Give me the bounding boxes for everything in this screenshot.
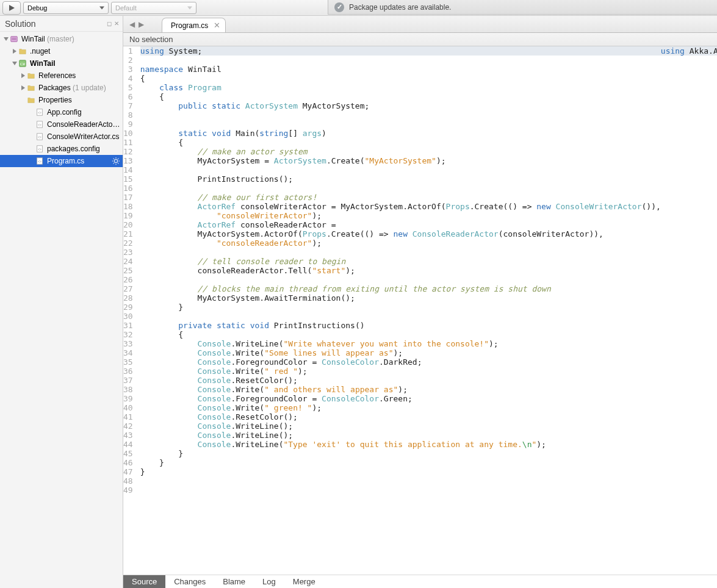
code-line[interactable] [140,110,661,120]
pad-undock-icon[interactable]: ◻ [107,20,112,27]
code-line[interactable] [140,248,661,257]
code-line[interactable] [140,165,661,174]
code-line[interactable]: MyActorSystem.AwaitTermination(); [140,293,661,303]
code-editor[interactable]: 1234567891011121314151617181920212223242… [123,46,717,575]
code-line[interactable] [140,275,661,284]
code-line[interactable]: private static void PrintInstructions() [140,321,661,330]
code-line[interactable]: public static ActorSystem MyActorSystem; [140,101,661,110]
code-line[interactable]: // make an actor system [140,147,661,156]
code-line[interactable]: ActorRef consoleWriterActor = MyActorSys… [140,202,661,211]
code-line[interactable]: "consoleReaderActor"); [140,238,661,248]
code-line[interactable]: MyActorSystem.ActorOf(Props.Create(() =>… [140,229,661,238]
project-icon: C# [18,59,27,68]
run-button[interactable] [2,1,21,15]
cs-icon: <> [35,132,45,142]
tree-item-wintail[interactable]: C#WinTail [0,57,123,70]
code-line[interactable] [140,184,661,193]
code-line[interactable]: { [140,74,661,83]
code-line[interactable]: } [140,303,661,312]
code-line[interactable] [140,476,661,486]
code-line[interactable] [140,120,661,129]
code-line[interactable]: Console.Write(" and others will appear a… [140,385,661,394]
configuration-selector[interactable]: Debug [23,2,109,14]
code-line[interactable]: class Program [140,83,661,92]
tree-item-label: WinTail [30,59,120,68]
tree-item-consolewriteractorcs[interactable]: <>ConsoleWriterActor.cs [0,131,123,143]
code-line[interactable]: namespace WinTail [140,65,661,74]
tree-item-packagesconfig[interactable]: <>packages.config [0,143,123,155]
code-line[interactable]: Console.WriteLine("Type 'exit' to quit t… [140,440,661,449]
chevron-down-icon[interactable] [11,61,18,66]
code-line[interactable]: PrintInstructions(); [140,174,661,184]
code-line[interactable]: Console.WriteLine(); [140,421,661,431]
code-line[interactable]: // make our first actors! [140,193,661,202]
code-line[interactable]: consoleReaderActor.Tell("start"); [140,266,661,275]
editor-tab[interactable]: Program.cs ✕ [162,18,226,32]
code-line[interactable]: Console.ResetColor(); [140,412,661,421]
code-line[interactable]: } [140,467,661,476]
code-line[interactable]: Console.WriteLine("Write whatever you wa… [140,339,661,348]
cs-icon: <> [35,120,45,129]
tree-item-nuget[interactable]: .nuget [0,45,123,57]
line-number: 45 [123,449,133,458]
line-number: 18 [123,202,133,211]
line-number: 28 [123,293,133,303]
code-line[interactable]: Console.Write(" red "); [140,367,661,376]
code-line[interactable]: { [140,92,661,101]
code-line[interactable]: ActorRef consoleReaderActor = [140,220,661,229]
code-line[interactable]: Console.Write(" green! "); [140,403,661,412]
code-line[interactable] [140,56,661,65]
chevron-right-icon[interactable] [20,85,26,90]
tree-item-references[interactable]: References [0,70,123,82]
tree-item-label: Packages (1 update) [38,84,120,92]
code-line[interactable]: "consoleWriterActor"); [140,211,661,220]
code-line[interactable] [140,312,661,321]
tree-item-label: App.config [47,108,120,117]
code-line[interactable]: Console.ForegroundColor = ConsoleColor.G… [140,394,661,403]
tree-item-appconfig[interactable]: <>App.config [0,106,123,118]
chevron-down-icon[interactable] [2,37,9,41]
code-line[interactable]: Console.ResetColor(); [140,376,661,385]
code-line[interactable]: static void Main(string[] args) [140,129,661,138]
line-number: 7 [123,101,133,110]
line-number: 43 [123,431,133,440]
svg-text:<>: <> [38,111,41,115]
code-line[interactable]: using Akka.Actor; [661,46,717,56]
line-number: 40 [123,403,133,412]
bottom-tab-log[interactable]: Log [254,575,284,588]
solution-tree[interactable]: WinTail (master).nugetC#WinTailReference… [0,32,123,588]
bottom-tab-changes[interactable]: Changes [165,575,214,588]
nav-forward-icon[interactable]: ▶ [139,20,144,29]
code-line[interactable]: Console.Write("Some lines will appear as… [140,348,661,357]
code-line[interactable]: { [140,330,661,339]
code-line[interactable]: MyActorSystem = ActorSystem.Create("MyAc… [140,156,661,165]
bottom-tab-source[interactable]: Source [123,575,165,588]
code-line[interactable]: Console.ForegroundColor = ConsoleColor.D… [140,357,661,367]
line-number: 27 [123,284,133,293]
code-area[interactable]: using System;using Akka.Actor; namespace… [138,46,661,575]
close-icon[interactable]: ✕ [214,21,220,30]
tree-item-properties[interactable]: Properties [0,94,123,106]
code-line[interactable]: // blocks the main thread from exiting u… [140,284,661,293]
pad-close-icon[interactable]: ✕ [114,20,119,27]
line-number: 38 [123,385,133,394]
code-line[interactable]: } [140,449,661,458]
chevron-right-icon[interactable] [11,49,18,54]
nav-back-icon[interactable]: ◀ [129,20,135,29]
code-line[interactable]: Console.WriteLine(); [140,431,661,440]
breadcrumb-bar[interactable]: No selection [123,33,717,46]
code-line[interactable]: using System; [140,46,661,56]
tree-item-packages[interactable]: Packages (1 update) [0,82,123,94]
code-line[interactable]: } [140,458,661,467]
notification-bar[interactable]: ✓ Package updates are available. [328,0,717,15]
line-number: 32 [123,330,133,339]
code-line[interactable]: { [140,138,661,147]
gear-icon[interactable] [112,157,120,165]
code-line[interactable]: // tell console reader to begin [140,257,661,266]
tree-item-wintail[interactable]: WinTail (master) [0,33,123,45]
bottom-tab-blame[interactable]: Blame [214,575,254,588]
bottom-tab-merge[interactable]: Merge [284,575,324,588]
chevron-right-icon[interactable] [20,73,26,78]
tree-item-programcs[interactable]: <>Program.cs [0,155,123,167]
tree-item-consolereaderactorcs[interactable]: <>ConsoleReaderActor.cs [0,118,123,131]
